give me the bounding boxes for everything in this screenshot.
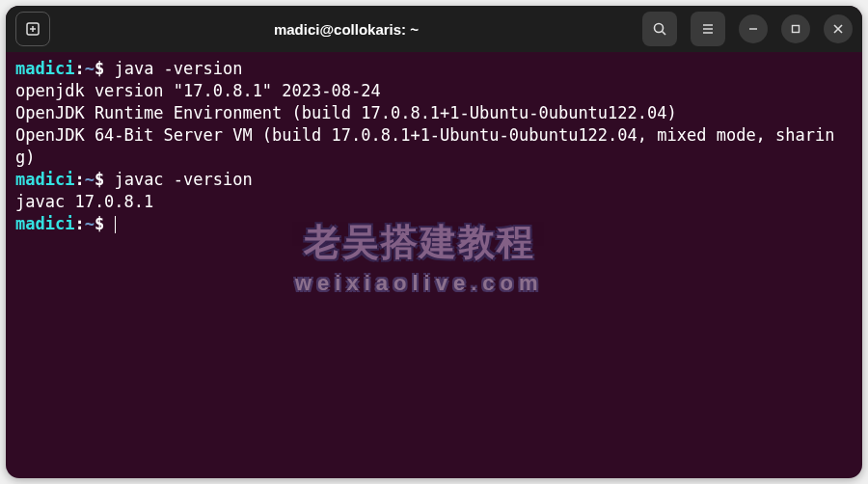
output-line: OpenJDK 64-Bit Server VM (build 17.0.8.1…	[15, 124, 853, 169]
minimize-button[interactable]	[739, 14, 768, 43]
prompt-user: madici	[15, 170, 74, 189]
prompt-user: madici	[15, 214, 74, 233]
terminal-window: madici@collokaris: ~	[6, 6, 862, 478]
output-line: javac 17.0.8.1	[15, 191, 853, 213]
menu-button[interactable]	[691, 12, 725, 46]
new-tab-icon	[25, 21, 41, 37]
output-line: OpenJDK Runtime Environment (build 17.0.…	[15, 102, 853, 124]
new-tab-button[interactable]	[15, 12, 50, 46]
maximize-icon	[790, 23, 801, 35]
titlebar: madici@collokaris: ~	[6, 6, 862, 52]
prompt-symbol: $	[95, 170, 104, 189]
window-controls	[739, 14, 853, 43]
close-button[interactable]	[824, 14, 853, 43]
prompt-path: ~	[85, 170, 95, 189]
maximize-button[interactable]	[781, 14, 810, 43]
prompt-sep: :	[74, 170, 84, 189]
prompt-sep: :	[74, 59, 84, 78]
prompt-user: madici	[15, 59, 74, 78]
prompt-symbol: $	[95, 214, 104, 233]
svg-line-4	[663, 32, 666, 36]
cursor	[115, 216, 116, 233]
terminal-body[interactable]: madici:~$ java -version openjdk version …	[6, 52, 862, 241]
prompt-line: madici:~$ java -version	[15, 58, 853, 80]
window-title: madici@collokaris: ~	[274, 21, 419, 38]
minimize-icon	[747, 23, 759, 35]
title-wrap: madici@collokaris: ~	[60, 20, 633, 39]
command-text: javac -version	[114, 170, 252, 189]
prompt-sep: :	[74, 214, 84, 233]
prompt-line: madici:~$ javac -version	[15, 169, 853, 191]
svg-point-3	[655, 24, 664, 33]
output-line: openjdk version "17.0.8.1" 2023-08-24	[15, 80, 853, 102]
prompt-line: madici:~$	[15, 213, 853, 235]
search-button[interactable]	[642, 12, 677, 46]
prompt-symbol: $	[95, 59, 104, 78]
close-icon	[832, 23, 844, 35]
prompt-path: ~	[85, 214, 95, 233]
watermark-line2: weixiaolive.com	[295, 271, 544, 296]
prompt-path: ~	[85, 59, 95, 78]
titlebar-right	[642, 12, 853, 46]
command-text: java -version	[114, 59, 242, 78]
svg-rect-9	[793, 26, 800, 33]
hamburger-icon	[700, 21, 716, 37]
search-icon	[652, 21, 667, 37]
